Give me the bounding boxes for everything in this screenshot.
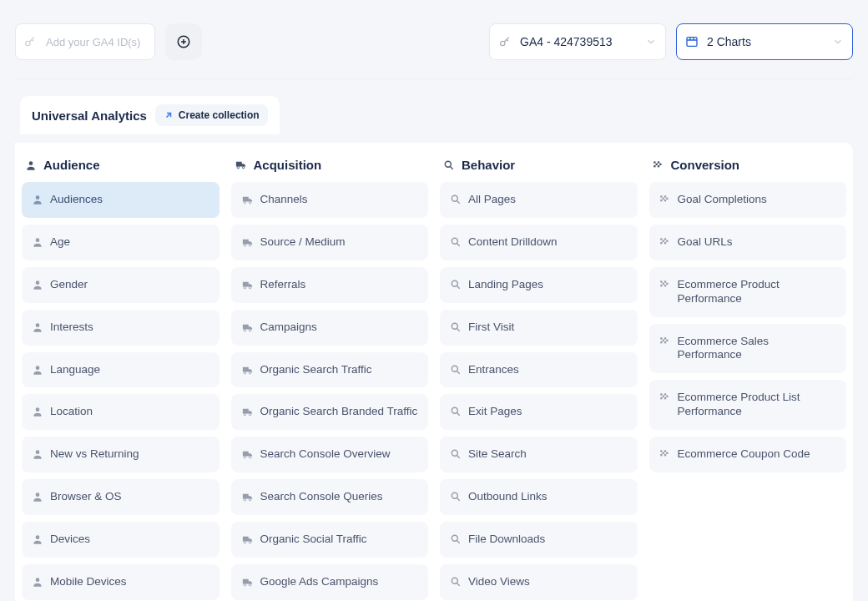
list-item[interactable]: Landing Pages <box>440 267 638 303</box>
list-item[interactable]: First Visit <box>440 310 638 346</box>
svg-rect-76 <box>666 339 668 341</box>
svg-point-36 <box>249 583 251 586</box>
list-item-label: Video Views <box>468 575 530 589</box>
svg-point-35 <box>244 583 246 586</box>
ga4-id-input-wrap <box>15 23 155 60</box>
svg-rect-55 <box>660 195 662 197</box>
list-item-label: Campaigns <box>260 321 317 335</box>
list-item[interactable]: Exit Pages <box>440 394 638 430</box>
list-item[interactable]: Campaigns <box>231 310 429 346</box>
list-item[interactable]: New vs Returning <box>22 437 220 472</box>
list-item[interactable]: Channels <box>231 182 429 218</box>
list-item[interactable]: File Downloads <box>440 522 638 558</box>
list-item[interactable]: Audiences <box>22 182 220 218</box>
ga4-select[interactable]: GA4 - 424739513 <box>489 23 666 60</box>
column-items: ChannelsSource / MediumReferralsCampaign… <box>231 182 429 600</box>
column-header: Acquisition <box>231 158 429 182</box>
svg-point-34 <box>249 541 251 543</box>
svg-point-7 <box>36 280 40 285</box>
tab-title: Universal Analytics <box>32 109 147 123</box>
column-title: Audience <box>43 158 100 172</box>
column-header: Audience <box>22 158 220 182</box>
svg-point-6 <box>36 238 40 242</box>
flag-icon <box>659 391 671 403</box>
list-item[interactable]: Entrances <box>440 352 638 388</box>
svg-point-47 <box>452 578 457 583</box>
list-item[interactable]: Interests <box>22 310 220 346</box>
svg-point-23 <box>244 329 246 331</box>
list-item-label: Entrances <box>468 363 519 377</box>
svg-rect-68 <box>662 282 664 284</box>
list-item[interactable]: Gender <box>22 267 220 303</box>
list-item-label: Landing Pages <box>468 278 543 292</box>
svg-rect-69 <box>664 280 665 282</box>
list-item[interactable]: Ecommerce Sales Performance <box>649 324 847 374</box>
list-item-label: Mobile Devices <box>50 575 127 589</box>
charts-select-label: 2 Charts <box>707 35 751 48</box>
create-collection-button[interactable]: Create collection <box>155 104 268 126</box>
list-item[interactable]: Devices <box>22 522 220 558</box>
svg-rect-50 <box>655 163 657 164</box>
ga4-select-label: GA4 - 424739513 <box>520 35 613 48</box>
list-item[interactable]: Ecommerce Product List Performance <box>649 380 847 430</box>
search-icon <box>450 576 462 588</box>
list-item[interactable]: Ecommerce Product Performance <box>649 267 847 317</box>
flag-icon <box>659 194 671 205</box>
list-item[interactable]: Location <box>22 394 220 430</box>
svg-rect-80 <box>662 396 664 397</box>
list-item-label: Browser & OS <box>50 490 122 504</box>
list-item-label: First Visit <box>468 321 514 335</box>
svg-point-46 <box>452 535 457 541</box>
search-icon <box>450 533 462 545</box>
charts-select[interactable]: 2 Charts <box>676 23 853 60</box>
list-item-label: Ecommerce Sales Performance <box>678 335 837 363</box>
columns: AudienceAudiencesAgeGenderInterestsLangu… <box>22 158 846 601</box>
svg-rect-49 <box>654 161 655 163</box>
list-item[interactable]: Ecommerce Coupon Code <box>649 437 847 472</box>
list-item[interactable]: Site Search <box>440 437 638 472</box>
list-item-label: Organic Search Traffic <box>260 363 372 377</box>
list-item[interactable]: Age <box>22 225 220 260</box>
svg-rect-82 <box>666 396 668 397</box>
svg-point-45 <box>452 492 457 498</box>
person-icon <box>32 279 43 290</box>
list-item[interactable]: Goal URLs <box>649 225 847 260</box>
truck-icon <box>241 194 254 206</box>
list-item[interactable]: Mobile Devices <box>22 564 220 600</box>
svg-point-44 <box>452 451 457 457</box>
list-item[interactable]: Organic Social Traffic <box>231 522 429 558</box>
column-conversion: ConversionGoal CompletionsGoal URLsEcomm… <box>649 158 847 601</box>
list-item[interactable]: Language <box>22 352 220 388</box>
list-item[interactable]: All Pages <box>440 182 638 218</box>
list-item[interactable]: Source / Medium <box>231 225 429 260</box>
list-item[interactable]: Referrals <box>231 267 429 303</box>
svg-rect-65 <box>660 242 662 244</box>
list-item[interactable]: Outbound Links <box>440 479 638 515</box>
list-item[interactable]: Google Ads Campaigns <box>231 564 429 600</box>
column-audience: AudienceAudiencesAgeGenderInterestsLangu… <box>22 158 220 601</box>
list-item[interactable]: Search Console Overview <box>231 437 429 472</box>
person-icon <box>32 406 43 417</box>
person-icon <box>25 159 37 171</box>
svg-rect-66 <box>664 242 665 244</box>
list-item-label: Organic Social Traffic <box>260 533 367 547</box>
list-item[interactable]: Search Console Queries <box>231 479 429 515</box>
list-item[interactable]: Organic Search Traffic <box>231 352 429 388</box>
chart-icon <box>685 35 699 48</box>
svg-point-5 <box>36 195 40 199</box>
list-item[interactable]: Content Drilldown <box>440 225 638 260</box>
list-item[interactable]: Goal Completions <box>649 182 847 218</box>
add-ga4-button[interactable] <box>165 23 202 60</box>
chevron-down-icon <box>832 36 844 48</box>
search-icon <box>450 448 462 460</box>
person-icon <box>32 576 43 588</box>
column-items: AudiencesAgeGenderInterestsLanguageLocat… <box>22 182 220 600</box>
svg-point-4 <box>29 161 33 165</box>
list-item[interactable]: Browser & OS <box>22 479 220 515</box>
svg-rect-67 <box>660 280 662 282</box>
search-icon <box>450 194 462 205</box>
chevron-down-icon <box>645 36 657 48</box>
list-item[interactable]: Video Views <box>440 564 638 600</box>
svg-rect-74 <box>662 339 664 341</box>
list-item[interactable]: Organic Search Branded Traffic <box>231 394 429 430</box>
